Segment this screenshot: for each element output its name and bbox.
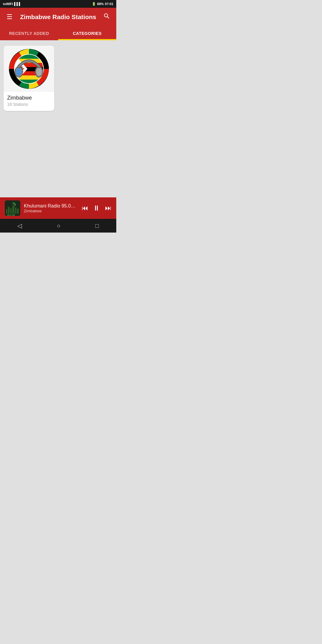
tab-categories[interactable]: CATEGORIES [58, 26, 116, 39]
menu-button[interactable]: ☰ [5, 13, 14, 21]
svg-rect-20 [10, 208, 12, 214]
status-left: toWIFI ▌▌▌ [3, 2, 21, 6]
battery-icon: 🔋 [92, 2, 96, 6]
time-display: 07:01 [105, 2, 113, 6]
svg-point-14 [16, 68, 21, 76]
svg-rect-18 [6, 209, 7, 214]
svg-rect-21 [12, 206, 14, 214]
nav-bar: ◁ ○ □ [0, 219, 116, 233]
card-subtitle: 18 Stations [7, 102, 51, 107]
now-playing-title: Khulumani Radio 95.0… [24, 203, 78, 209]
now-playing-info: Khulumani Radio 95.0… Zimbabwe [24, 203, 78, 213]
search-button[interactable] [102, 13, 112, 21]
now-playing-subtitle: Zimbabwe [24, 209, 78, 213]
card-title: Zimbabwe [7, 95, 51, 101]
signal-icon: ▌▌▌ [14, 2, 21, 6]
app-title: Zimbabwe Radio Stations [14, 13, 102, 21]
battery-percent: 88% [97, 2, 104, 6]
now-playing-bar[interactable]: 95.0 FM Khulumani Radio 95.0… Zimbabwe ⏮… [0, 197, 116, 219]
svg-rect-23 [17, 209, 19, 214]
card-image-zimbabwe: 🦅 [4, 46, 54, 92]
tab-bar: RECENTLY ADDED CATEGORIES [0, 26, 116, 40]
tab-recently-added[interactable]: RECENTLY ADDED [0, 26, 58, 39]
status-right: 🔋 88% 07:01 [92, 2, 113, 6]
svg-rect-19 [8, 207, 10, 214]
svg-point-16 [36, 68, 42, 76]
svg-text:95.0 FM: 95.0 FM [7, 214, 15, 216]
back-nav-button[interactable]: ◁ [17, 222, 22, 229]
app-header: ☰ Zimbabwe Radio Stations [0, 8, 116, 26]
home-nav-button[interactable]: ○ [57, 222, 60, 229]
now-playing-thumbnail: 95.0 FM [5, 200, 20, 216]
card-info-zimbabwe: Zimbabwe 18 Stations [4, 92, 54, 111]
content-area: 🦅 Zimbabwe 18 Stations [0, 40, 116, 197]
recent-nav-button[interactable]: □ [95, 222, 99, 229]
wifi-label: toWIFI [3, 2, 13, 6]
rewind-button[interactable]: ⏮ [82, 204, 88, 212]
pause-button[interactable]: ⏸ [93, 204, 100, 212]
status-bar: toWIFI ▌▌▌ 🔋 88% 07:01 [0, 0, 116, 8]
svg-rect-22 [15, 208, 16, 214]
category-card-zimbabwe[interactable]: 🦅 Zimbabwe 18 Stations [4, 46, 54, 111]
playback-controls: ⏮ ⏸ ⏭ [82, 204, 112, 212]
fast-forward-button[interactable]: ⏭ [105, 204, 112, 212]
